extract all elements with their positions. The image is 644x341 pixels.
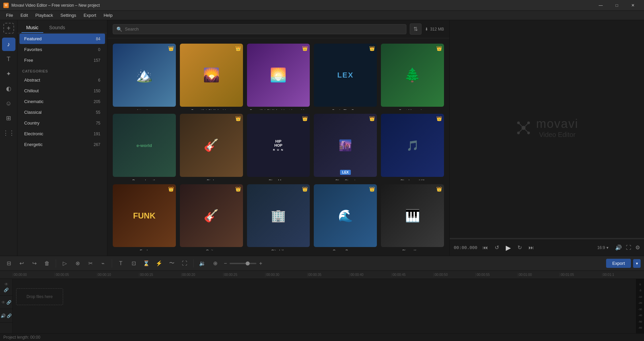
- pip-tool[interactable]: ⛶: [179, 258, 190, 269]
- title-tool[interactable]: T: [115, 258, 126, 269]
- sidebar-color-button[interactable]: ◐: [2, 82, 15, 95]
- music-card-beautiful-chill-loop[interactable]: 🌅 👑 ▶ Beautiful Chill Ambient Loop V...: [247, 44, 310, 110]
- cut-tool[interactable]: ✂: [85, 258, 96, 269]
- category-electronic-label: Electronic: [24, 131, 43, 136]
- music-card-ocean[interactable]: 🌊 👑 ▶ Ocean Breeze: [314, 184, 377, 250]
- audio-2-volume-button[interactable]: 🔊: [1, 313, 6, 318]
- magnet-button[interactable]: ⊕: [210, 258, 220, 269]
- sort-filter-button[interactable]: ⇅: [410, 23, 422, 35]
- drop-zone[interactable]: Drop files here: [16, 288, 63, 305]
- aspect-ratio-selector[interactable]: 16:9 ▾: [597, 245, 608, 250]
- play-button[interactable]: ▶: [504, 242, 512, 253]
- zoom-in-button[interactable]: +: [258, 260, 263, 267]
- sidebar-stickers-button[interactable]: ☺: [2, 97, 15, 110]
- vu-meter: 0 -5 -10 -20 -30 -40 -50 -60: [636, 279, 644, 333]
- zoom-controls: − +: [222, 260, 264, 267]
- arrange-button[interactable]: ⊟: [3, 258, 14, 269]
- music-card-best-memories[interactable]: 🌲 👑 ▶ Best Memories: [381, 44, 444, 110]
- export-dropdown-button[interactable]: ▾: [633, 259, 641, 268]
- filter-free[interactable]: Free 157: [19, 55, 105, 65]
- minimize-button[interactable]: —: [593, 0, 608, 11]
- fast-forward-button[interactable]: ↻: [516, 243, 523, 252]
- export-button[interactable]: Export: [606, 259, 631, 268]
- category-abstract[interactable]: Abstract 6: [19, 75, 105, 85]
- redo-button[interactable]: ↪: [29, 258, 40, 269]
- stabilize-tool[interactable]: 〜: [166, 258, 177, 269]
- sidebar-text-button[interactable]: T: [2, 52, 15, 66]
- audio-2-lock-button[interactable]: 🔗: [7, 313, 12, 318]
- music-card-blueberry-hill[interactable]: 🎵 👑 ▶ Blueberry Hill: [381, 114, 444, 180]
- card-title: Blue Moon: [247, 177, 310, 180]
- audio-visibility-button[interactable]: 👁: [1, 300, 5, 305]
- sidebar-modules-button[interactable]: ⋮⋮: [2, 126, 15, 140]
- category-chillout[interactable]: Chillout 150: [19, 86, 105, 96]
- music-card-attention[interactable]: 🏔️ 👑 ▶ Attention: [113, 44, 176, 110]
- skip-start-button[interactable]: ⏮: [481, 243, 489, 252]
- audio-lock-button[interactable]: 🔗: [6, 300, 11, 305]
- music-card-blue-moon[interactable]: HIPHOPR U N 👑 ▶ Blue Moon: [247, 114, 310, 180]
- sidebar-music-button[interactable]: ♪: [2, 38, 15, 51]
- undo-button[interactable]: ↩: [16, 258, 27, 269]
- menu-help[interactable]: Help: [100, 11, 116, 19]
- card-title: Guitar: [180, 247, 243, 250]
- category-electronic[interactable]: Electronic 191: [19, 129, 105, 139]
- delete-button[interactable]: 🗑: [42, 258, 52, 269]
- menu-file[interactable]: File: [3, 11, 16, 19]
- close-button[interactable]: ✕: [625, 0, 641, 11]
- sidebar-transitions-button[interactable]: ⊞: [2, 111, 15, 125]
- rewind-button[interactable]: ↺: [493, 243, 500, 252]
- skip-end-button[interactable]: ⏭: [527, 243, 535, 252]
- fullscreen-button[interactable]: ⛶: [626, 245, 631, 251]
- card-title: Funk: [113, 247, 176, 250]
- video-visibility-button[interactable]: 👁: [4, 282, 8, 287]
- category-energetic[interactable]: Energetic 267: [19, 139, 105, 150]
- menu-edit[interactable]: Edit: [17, 11, 31, 19]
- tab-sounds[interactable]: Sounds: [45, 23, 70, 33]
- zoom-out-button[interactable]: −: [222, 260, 228, 267]
- music-card-beautiful-chill[interactable]: 🌄 👑 ▶ Beautiful Chill Ambient: [180, 44, 243, 110]
- content-area: 🔍 ⇅ ⬇ 312 MB 🏔️ 👑 ▶ Attention: [107, 20, 449, 256]
- audio-ducking-button[interactable]: 🔉: [197, 258, 208, 269]
- preview-main: movavi Video Editor: [450, 20, 644, 238]
- tab-music[interactable]: Music: [21, 23, 43, 33]
- volume-button[interactable]: 🔊: [615, 244, 622, 251]
- music-card-blue-street[interactable]: 🌆 LEX 👑 ▶ Blue Street: [314, 114, 377, 180]
- time-mark-5: 00:00:25: [223, 273, 265, 277]
- add-content-button[interactable]: +: [3, 23, 14, 34]
- music-card-guitar[interactable]: 🎸 👑 ▶ Guitar: [180, 184, 243, 250]
- sidebar-effects-button[interactable]: ✦: [2, 67, 15, 81]
- maximize-button[interactable]: □: [609, 0, 625, 11]
- time-mark-8: 00:00:40: [349, 273, 391, 277]
- time-mark-0: 00:00:00: [13, 273, 55, 277]
- pointer-tool[interactable]: ▷: [59, 258, 70, 269]
- menu-settings[interactable]: Settings: [57, 11, 80, 19]
- search-input[interactable]: [125, 27, 403, 32]
- video-lock-button[interactable]: 🔗: [4, 288, 9, 292]
- zoom-slider[interactable]: [230, 263, 256, 264]
- tracks-content[interactable]: Drop files here 0 -5 -10 -20 -30 -40 -50…: [13, 279, 644, 333]
- music-card-begin-the-day[interactable]: LEX 👑 ▶ Begin The Day: [314, 44, 377, 110]
- music-card-beyond-earth[interactable]: e-world ▶ Beyond earth: [113, 114, 176, 180]
- menu-playback[interactable]: Playback: [32, 11, 56, 19]
- music-card-birds[interactable]: 🎸 👑 ▶ Birds: [180, 114, 243, 180]
- ruler-marks: 00:00:00 00:00:05 00:00:10 00:00:15 00:0…: [13, 273, 644, 277]
- menu-export[interactable]: Export: [80, 11, 100, 19]
- category-classical[interactable]: Classical 55: [19, 107, 105, 117]
- category-energetic-label: Energetic: [24, 142, 43, 147]
- music-card-funk[interactable]: FUNK 👑 ▶ Funk: [113, 184, 176, 250]
- music-card-city[interactable]: 🏢 👑 ▶ City Life: [247, 184, 310, 250]
- card-title: City Life: [247, 247, 310, 250]
- filter-favorites[interactable]: Favorites 0: [19, 44, 105, 55]
- crop-tool[interactable]: ⊡: [128, 258, 139, 269]
- app-icon: M: [3, 3, 9, 8]
- ripple-tool[interactable]: ⊗: [72, 258, 83, 269]
- freeze-tool[interactable]: ⌛: [141, 258, 152, 269]
- music-card-piano[interactable]: 🎹 👑 ▶ Piano Keys: [381, 184, 444, 250]
- category-country[interactable]: Country 75: [19, 118, 105, 128]
- preview-settings-button[interactable]: ⚙: [635, 244, 640, 251]
- category-cinematic[interactable]: Cinematic 205: [19, 96, 105, 107]
- progress-bar[interactable]: [450, 238, 644, 239]
- filter-featured[interactable]: Featured 84: [19, 34, 105, 44]
- speed-tool[interactable]: ⚡: [154, 258, 164, 269]
- trim-tool[interactable]: ⌁: [98, 258, 108, 269]
